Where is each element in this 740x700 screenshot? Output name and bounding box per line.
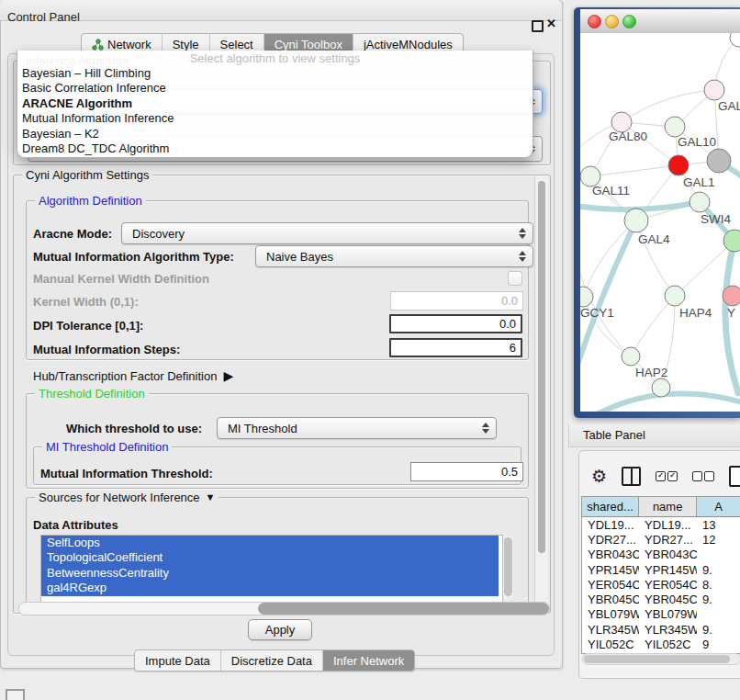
- bottom-tab-impute-data[interactable]: Impute Data: [135, 650, 220, 671]
- network-node-gal10[interactable]: [665, 117, 685, 137]
- network-edge[interactable]: [622, 90, 714, 122]
- algorithm-popup-placeholder: Select algorithm to view settings: [17, 51, 533, 66]
- which-threshold-label: Which threshold to use:: [66, 422, 202, 435]
- table-cell: 9.: [697, 623, 740, 637]
- data-attributes-list[interactable]: SelfLoopsTopologicalCoefficientBetweenne…: [40, 535, 503, 603]
- stepper-icon: [482, 423, 489, 434]
- table-cell: YBR043C: [582, 548, 639, 561]
- tab-label: Impute Data: [145, 654, 210, 668]
- table-cell: YDL19...: [639, 518, 697, 532]
- deselect-all-icon[interactable]: [692, 471, 714, 481]
- data-attribute-item[interactable]: BetweennessCentrality: [41, 566, 499, 581]
- manual-kernel-checkbox[interactable]: [508, 271, 522, 286]
- network-node-label: GAL1: [683, 175, 715, 189]
- network-node[interactable]: [652, 378, 670, 397]
- document-icon[interactable]: [729, 466, 740, 487]
- close-icon[interactable]: ✕: [546, 17, 556, 30]
- attributes-scrollbar[interactable]: [503, 536, 513, 600]
- close-traffic-light-icon[interactable]: [588, 15, 601, 28]
- network-node-hap2[interactable]: [622, 347, 640, 366]
- table-row[interactable]: YPR145WYPR145W9.: [582, 562, 740, 577]
- settings-hscrollbar[interactable]: [18, 602, 550, 615]
- settings-hscrollbar-thumb[interactable]: [258, 603, 549, 615]
- algorithm-option[interactable]: Bayesian – Hill Climbing: [17, 66, 533, 81]
- node-table: shared...nameA YDL19...YDL19...13YDR27..…: [581, 496, 740, 654]
- tab-label: jActiveMNodules: [364, 38, 453, 51]
- aracne-mode-value: Discovery: [132, 227, 185, 241]
- kernel-width-field[interactable]: 0.0: [390, 291, 523, 310]
- mi-threshold-field[interactable]: 0.5: [410, 462, 523, 481]
- mi-type-combobox[interactable]: Naive Bayes: [255, 245, 533, 267]
- aracne-mode-combobox[interactable]: Discovery: [121, 222, 533, 244]
- network-graph: GALGAL80GAL10GAL1GAL11SWI4GAL4GCY1HAP4YH…: [580, 33, 740, 412]
- network-edge-thick[interactable]: [599, 393, 740, 412]
- algorithm-definition-title: Algorithm Definition: [35, 194, 146, 208]
- minimize-traffic-light-icon[interactable]: [605, 15, 619, 28]
- split-columns-icon[interactable]: [622, 467, 641, 486]
- table-hscrollbar[interactable]: [582, 653, 740, 665]
- table-row[interactable]: YDL19...YDL19...13: [582, 517, 740, 532]
- network-view-canvas[interactable]: GALGAL80GAL10GAL1GAL11SWI4GAL4GCY1HAP4YH…: [580, 33, 740, 412]
- panel-collapse-button[interactable]: [6, 689, 25, 700]
- column-header-shared[interactable]: shared...: [582, 497, 639, 516]
- apply-button[interactable]: Apply: [248, 619, 312, 640]
- tab-label: Infer Network: [333, 654, 404, 668]
- column-header-a[interactable]: A: [697, 497, 740, 516]
- table-row[interactable]: YDR27...YDR27...12: [582, 532, 740, 547]
- network-edge[interactable]: [590, 165, 678, 176]
- column-header-name[interactable]: name: [639, 497, 697, 516]
- algorithm-option[interactable]: Mutual Information Inference: [17, 111, 533, 126]
- algorithm-option[interactable]: ARACNE Algorithm: [17, 96, 533, 111]
- network-edge[interactable]: [631, 296, 675, 356]
- tab-label: Select: [220, 38, 253, 51]
- table-row[interactable]: YLR345WYLR345W9.: [582, 622, 740, 637]
- data-attribute-item[interactable]: gal4RGexp: [41, 581, 499, 595]
- table-row[interactable]: YBL079WYBL079W: [582, 607, 740, 622]
- dpi-tolerance-field[interactable]: 0.0: [389, 314, 522, 333]
- algorithm-option[interactable]: Bayesian – K2: [17, 127, 533, 141]
- select-all-icon[interactable]: ✓✓: [656, 471, 678, 481]
- bottom-tabbar: Impute DataDiscretize DataInfer Network: [134, 649, 415, 672]
- table-hscrollbar-thumb[interactable]: [584, 655, 730, 663]
- network-node-gal[interactable]: [704, 80, 724, 100]
- mi-threshold-label: Mutual Information Threshold:: [40, 467, 213, 480]
- table-row[interactable]: YER054CYER054C8.: [582, 577, 740, 592]
- which-threshold-combobox[interactable]: MI Threshold: [217, 417, 497, 439]
- sources-group-title[interactable]: Sources for Network Inference ▼: [35, 491, 219, 504]
- network-node-label: GAL10: [678, 135, 716, 149]
- network-window-titlebar[interactable]: [580, 9, 740, 34]
- table-cell: YER054C: [639, 578, 697, 592]
- network-node-gal4[interactable]: [624, 209, 648, 232]
- network-node-y[interactable]: [723, 286, 740, 306]
- network-node-label: HAP2: [635, 366, 667, 379]
- network-node[interactable]: [707, 149, 731, 173]
- bottom-tab-infer-network[interactable]: Infer Network: [322, 650, 414, 671]
- table-row[interactable]: YIL052CYIL052C9: [582, 637, 740, 651]
- network-node-hap4[interactable]: [665, 286, 685, 306]
- network-node-gal1[interactable]: [668, 155, 689, 175]
- float-icon[interactable]: [532, 20, 544, 32]
- which-threshold-value: MI Threshold: [228, 422, 297, 435]
- chevron-right-icon: ▶: [223, 368, 233, 383]
- zoom-traffic-light-icon[interactable]: [622, 15, 636, 28]
- kernel-width-label: Kernel Width (0,1):: [33, 295, 139, 309]
- table-row[interactable]: YBR045CYBR045C9.: [582, 592, 740, 606]
- table-row[interactable]: YBR043CYBR043C: [582, 548, 740, 562]
- settings-scrollbar-thumb[interactable]: [538, 181, 545, 553]
- bottom-tab-discretize-data[interactable]: Discretize Data: [220, 650, 322, 671]
- attributes-scrollbar-thumb[interactable]: [504, 537, 512, 596]
- settings-scrollbar[interactable]: [534, 176, 548, 608]
- hub-definition-toggle[interactable]: Hub/Transcription Factor Definition ▶: [33, 368, 233, 383]
- algorithm-option[interactable]: Dream8 DC_TDC Algorithm: [17, 141, 533, 156]
- network-edge-thick[interactable]: [580, 202, 700, 209]
- data-attribute-item[interactable]: TopologicalCoefficient: [41, 550, 499, 565]
- control-panel-titlebar: [0, 0, 561, 21]
- network-node-swi4[interactable]: [690, 192, 710, 212]
- mi-steps-field[interactable]: 6: [389, 338, 522, 357]
- gear-icon[interactable]: ⚙: [591, 466, 607, 487]
- network-node-gcy1[interactable]: [580, 287, 593, 307]
- algorithm-option[interactable]: Basic Correlation Inference: [17, 81, 533, 96]
- table-cell: YLR345W: [582, 623, 639, 637]
- data-attribute-item[interactable]: SelfLoops: [41, 536, 499, 550]
- network-node[interactable]: [730, 33, 740, 47]
